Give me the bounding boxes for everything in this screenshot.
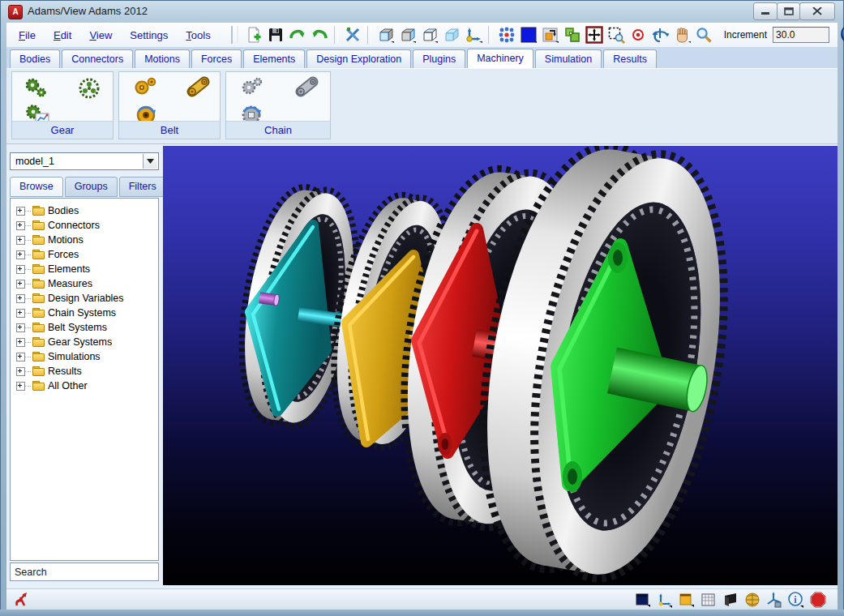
tab-plugins[interactable]: Plugins (413, 49, 465, 68)
pulley-pair-icon[interactable] (134, 77, 156, 100)
interrupt-icon[interactable] (13, 591, 31, 609)
chain-drive-icon[interactable] (294, 75, 317, 98)
view-orientation-icon[interactable] (541, 25, 560, 45)
tree-item-measures[interactable]: Measures (11, 276, 158, 291)
model-triad-icon[interactable] (766, 592, 782, 608)
tree-item-elements[interactable]: Elements (11, 262, 158, 276)
menu-file[interactable]: File (11, 27, 43, 44)
expander-icon[interactable] (16, 280, 25, 289)
rotate-view-icon[interactable] (650, 25, 670, 45)
sidebar-tab-groups[interactable]: Groups (65, 177, 118, 197)
close-button[interactable] (799, 2, 835, 20)
planetary-gear-icon[interactable] (77, 77, 100, 100)
wireframe-cube-icon[interactable] (420, 25, 439, 45)
save-icon[interactable] (266, 25, 285, 45)
chain-group-label[interactable]: Chain (226, 121, 330, 139)
expander-icon[interactable] (16, 250, 25, 259)
tree-item-simulations[interactable]: Simulations (11, 349, 158, 364)
grid-toggle-icon[interactable] (700, 592, 717, 608)
tree-item-chain-systems[interactable]: Chain Systems (11, 306, 158, 320)
front-view-cube-icon[interactable] (376, 25, 396, 45)
tab-results[interactable]: Results (603, 49, 657, 68)
maximize-button[interactable] (777, 2, 800, 20)
shaded-cube-icon[interactable] (442, 25, 461, 45)
toolbar-grip[interactable] (231, 26, 238, 44)
title-bar[interactable]: A Adams/View Adams 2012 (0, 0, 844, 23)
expander-icon[interactable] (16, 367, 25, 376)
redo-icon[interactable] (288, 25, 307, 45)
iso-view-cube-icon[interactable] (398, 25, 418, 45)
belt-drive-icon[interactable] (186, 75, 208, 98)
model-selector[interactable]: model_1 (10, 152, 159, 170)
new-model-icon[interactable] (244, 25, 263, 45)
expander-icon[interactable] (16, 309, 25, 318)
chevron-down-icon[interactable] (143, 154, 157, 169)
expander-icon[interactable] (16, 221, 25, 230)
selection-tools-icon[interactable] (343, 25, 362, 45)
increment-input[interactable] (773, 27, 829, 43)
viewport-3d[interactable] (163, 146, 838, 585)
tab-simulation[interactable]: Simulation (535, 49, 602, 68)
application-window: A Adams/View Adams 2012 File Edit View S… (0, 0, 844, 616)
zoom-icon[interactable] (694, 25, 713, 45)
background-color-icon[interactable] (519, 25, 538, 45)
expander-icon[interactable] (16, 294, 25, 303)
tab-design-exploration[interactable]: Design Exploration (306, 49, 411, 68)
tab-machinery[interactable]: Machinery (467, 49, 533, 68)
view-center-icon[interactable] (628, 25, 648, 45)
expander-icon[interactable] (16, 236, 25, 245)
render-window-icon[interactable] (635, 592, 651, 608)
tree-item-gear-systems[interactable]: Gear Systems (11, 335, 158, 349)
perspective-icon[interactable] (722, 592, 739, 608)
tab-forces[interactable]: Forces (191, 49, 242, 68)
gear-group-label[interactable]: Gear (12, 121, 113, 139)
translate-view-icon[interactable] (585, 25, 604, 45)
menu-tools[interactable]: Tools (178, 27, 217, 44)
sidebar-tab-filters[interactable]: Filters (119, 177, 166, 197)
view-triad-icon[interactable] (464, 25, 483, 45)
fit-to-view-icon[interactable] (563, 25, 582, 45)
tree-item-results[interactable]: Results (11, 364, 158, 379)
tree-item-bodies[interactable]: Bodies (11, 203, 158, 218)
expander-icon[interactable] (16, 265, 25, 274)
menu-view[interactable]: View (82, 27, 119, 44)
model-browser-sidebar: model_1 Browse Groups Filters Bodies Con… (6, 146, 163, 588)
tree-item-connectors[interactable]: Connectors (11, 218, 158, 233)
sprocket-pair-icon[interactable] (241, 77, 263, 100)
zoom-box-icon[interactable] (606, 25, 626, 45)
menu-bar: File Edit View Settings Tools (6, 27, 218, 44)
render-mode-icon[interactable] (744, 592, 760, 608)
tab-connectors[interactable]: Connectors (62, 49, 133, 68)
pan-view-icon[interactable] (672, 25, 692, 45)
tab-motions[interactable]: Motions (135, 49, 190, 68)
menu-settings[interactable]: Settings (122, 27, 175, 44)
info-icon[interactable]: i (788, 592, 804, 608)
undo-icon[interactable] (310, 25, 329, 45)
working-grid-color-icon[interactable] (679, 592, 695, 608)
stop-icon[interactable] (810, 592, 826, 608)
tree-item-all-other[interactable]: All Other (11, 379, 158, 393)
help-button[interactable]: ? (840, 23, 844, 47)
sidebar-tab-browse[interactable]: Browse (10, 177, 63, 197)
node-snap-icon[interactable] (497, 25, 516, 45)
minimize-button[interactable] (753, 2, 778, 20)
expander-icon[interactable] (16, 323, 25, 332)
search-input[interactable] (10, 563, 159, 581)
app-icon[interactable]: A (8, 5, 23, 19)
menu-edit[interactable]: Edit (46, 27, 79, 44)
belt-group-label[interactable]: Belt (119, 121, 220, 139)
tree-item-belt-systems[interactable]: Belt Systems (11, 320, 158, 335)
toolbar-separator (367, 26, 371, 44)
expander-icon[interactable] (16, 207, 25, 216)
tree-item-motions[interactable]: Motions (11, 233, 158, 247)
folder-icon (32, 337, 45, 347)
expander-icon[interactable] (16, 338, 25, 347)
expander-icon[interactable] (16, 353, 25, 361)
tab-bodies[interactable]: Bodies (10, 49, 60, 68)
expander-icon[interactable] (16, 382, 25, 391)
view-triad-toggle-icon[interactable] (657, 592, 673, 608)
tab-elements[interactable]: Elements (243, 49, 305, 68)
tree-item-design-variables[interactable]: Design Variables (11, 291, 158, 306)
gear-pair-icon[interactable] (24, 77, 46, 100)
tree-item-forces[interactable]: Forces (11, 247, 158, 262)
